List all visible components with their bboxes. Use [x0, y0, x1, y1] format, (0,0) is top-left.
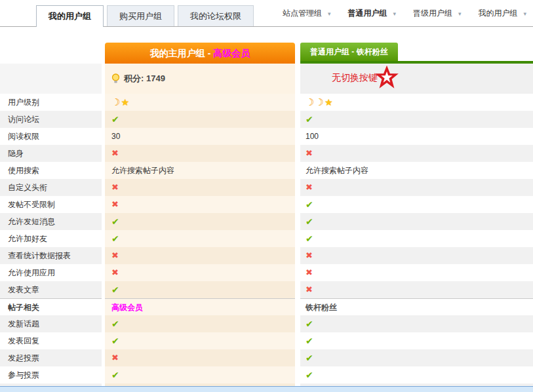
table-row: 允许使用应用✖✖ [0, 264, 533, 281]
score-row: 积分: 1749 无切换按键 [0, 64, 533, 94]
tab-buy-usergroup[interactable]: 购买用户组 [107, 5, 174, 26]
cross-icon: ✖ [306, 267, 313, 277]
score-text: 积分: 1749 [124, 73, 165, 85]
my-group-value: ✔ [105, 213, 295, 230]
row-label: 允许发短消息 [0, 213, 102, 230]
red-star-annotation-icon [374, 65, 399, 92]
cross-icon: ✖ [306, 284, 313, 294]
check-icon: ✔ [111, 319, 119, 329]
check-icon: ✔ [306, 216, 313, 227]
compare-group-value: ✖ [300, 247, 533, 264]
my-group-value: ✖ [105, 145, 295, 162]
check-icon: ✔ [306, 353, 313, 363]
row-label: 发表回复 [0, 332, 102, 349]
tab-my-usergroup[interactable]: 我的用户组 [36, 5, 104, 27]
compare-group-value: ✔ [300, 349, 533, 366]
my-group-value: ✔ [105, 332, 295, 349]
nav-upgrade-user-group[interactable]: 晋级用户组 ▾ [413, 8, 462, 19]
my-group-title: 我的主用户组 - [150, 48, 213, 58]
table-row: 使用搜索允许搜索帖子内容允许搜索帖子内容 [0, 162, 533, 179]
value-text: 100 [306, 132, 319, 141]
value-text: 允许搜索帖子内容 [111, 166, 174, 175]
row-label: 用户级别 [0, 94, 102, 111]
lightbulb-icon [111, 73, 120, 84]
cross-icon: ✖ [111, 267, 119, 277]
compare-group-value: ✔ [300, 230, 533, 247]
row-label: 发帖不受限制 [0, 196, 102, 213]
table-row: 发新话题✔✔ [0, 315, 533, 332]
compare-group-value: 铁杆粉丝 [300, 298, 533, 315]
nav-my-user-group[interactable]: 我的用户组 ▾ [478, 8, 526, 19]
tab-my-forum-permissions[interactable]: 我的论坛权限 [178, 5, 254, 26]
nav-normal-user-group[interactable]: 普通用户组 ▾ [347, 8, 396, 19]
compare-group-value: ☽☽★ [300, 94, 533, 111]
my-group-value: ✖ [105, 196, 295, 213]
compare-group-value: ✖ [300, 145, 533, 162]
table-row: 查看统计数据报表✖✖ [0, 247, 533, 264]
check-icon: ✔ [306, 319, 313, 329]
my-group-value: ✔ [105, 315, 295, 332]
annotation-cell: 无切换按键 [300, 64, 533, 94]
compare-group-value: 允许搜索帖子内容 [300, 162, 533, 179]
check-icon: ✔ [306, 370, 313, 380]
moon-icon: ☽ [315, 96, 323, 108]
row-label: 允许使用应用 [0, 264, 102, 281]
my-group-value: ✔ [105, 111, 295, 128]
row-label: 帖子相关 [0, 298, 102, 315]
table-row: 允许发短消息✔✔ [0, 213, 533, 230]
my-group-value: 30 [105, 128, 295, 145]
star-icon: ★ [121, 97, 129, 108]
moon-icon: ☽ [306, 96, 314, 108]
table-row: 用户级别☽★☽☽★ [0, 94, 533, 111]
my-group-value: ✖ [105, 349, 295, 366]
compare-group-value: ✔ [300, 332, 533, 349]
score-row-label-cell [0, 64, 102, 94]
row-label: 查看统计数据报表 [0, 247, 102, 264]
value-text: 高级会员 [111, 303, 143, 312]
cross-icon: ✖ [111, 199, 119, 209]
compare-group-value: ✔ [300, 213, 533, 230]
my-group-value: 高级会员 [105, 298, 295, 315]
row-label: 隐身 [0, 145, 102, 162]
table-row: 发表文章✔✖ [0, 281, 533, 298]
nav-site-admin-group[interactable]: 站点管理组 ▾ [283, 8, 331, 19]
compare-group-value: ✔ [300, 315, 533, 332]
score-cell: 积分: 1749 [105, 64, 295, 94]
check-icon: ✔ [111, 336, 119, 346]
cross-icon: ✖ [111, 148, 119, 158]
row-label: 发起投票 [0, 349, 102, 366]
check-icon: ✔ [111, 233, 119, 244]
compare-group-tab[interactable]: 普通用户组 - 铁杆粉丝 [300, 43, 398, 61]
my-group-value: 允许搜索帖子内容 [105, 162, 295, 179]
row-label: 访问论坛 [0, 111, 102, 128]
chevron-down-icon: ▾ [523, 10, 526, 17]
my-group-value: ✖ [105, 179, 295, 196]
cross-icon: ✖ [306, 148, 313, 158]
table-row: 访问论坛✔✔ [0, 111, 533, 128]
check-icon: ✔ [111, 370, 119, 380]
compare-group-value: ✖ [300, 179, 533, 196]
row-label: 发表文章 [0, 281, 102, 298]
group-nav: 站点管理组 ▾ 普通用户组 ▾ 晋级用户组 ▾ 我的用户组 ▾ [266, 8, 526, 19]
cross-icon: ✖ [111, 250, 119, 260]
star-icon: ★ [325, 97, 333, 108]
my-group-name: 高级会员 [213, 48, 250, 58]
compare-group-value: 100 [300, 128, 533, 145]
check-icon: ✔ [306, 336, 313, 346]
nav-label: 我的用户组 [478, 8, 517, 19]
my-group-value: ☽★ [105, 94, 295, 111]
row-label: 使用搜索 [0, 162, 102, 179]
compare-group-value: ✔ [300, 111, 533, 128]
my-group-value: ✖ [105, 264, 295, 281]
nav-label: 站点管理组 [283, 8, 322, 19]
my-group-value: ✔ [105, 230, 295, 247]
cross-icon: ✖ [306, 250, 313, 260]
table-row: 阅读权限30100 [0, 128, 533, 145]
cross-icon: ✖ [111, 182, 119, 192]
nav-label: 普通用户组 [347, 8, 387, 19]
table-row: 参与投票✔✔ [0, 366, 533, 383]
check-icon: ✔ [111, 284, 119, 295]
tabbar: 我的用户组 购买用户组 我的论坛权限 [36, 5, 257, 27]
row-label: 阅读权限 [0, 128, 102, 145]
value-text: 铁杆粉丝 [306, 303, 337, 312]
